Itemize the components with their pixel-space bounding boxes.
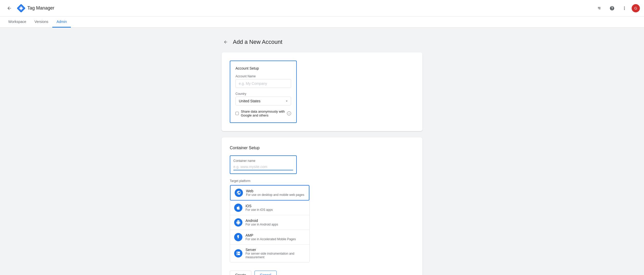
server-platform-info: Server For server-side instrumentation a… xyxy=(245,248,305,259)
country-label: Country xyxy=(235,92,291,96)
android-platform-desc: For use in Android apps xyxy=(245,223,305,226)
android-platform-name: Android xyxy=(245,219,305,223)
platform-item-android[interactable]: Android For use in Android apps xyxy=(230,215,309,230)
container-name-label: Container name xyxy=(233,159,293,163)
help-button[interactable] xyxy=(607,3,617,13)
gtm-logo-icon xyxy=(17,4,25,12)
action-row: Create Cancel xyxy=(230,271,414,275)
android-platform-info: Android For use in Android apps xyxy=(245,219,305,226)
tab-versions[interactable]: Versions xyxy=(30,16,53,28)
create-button[interactable]: Create xyxy=(230,271,251,275)
page-back-button[interactable] xyxy=(222,38,230,46)
container-setup-card: Container Setup Container name Target pl… xyxy=(222,137,422,275)
tab-admin[interactable]: Admin xyxy=(52,16,71,28)
web-platform-info: Web For use on desktop and mobile web pa… xyxy=(246,189,305,197)
page-header: Add a New Account xyxy=(222,38,422,46)
more-options-button[interactable] xyxy=(619,3,630,13)
share-data-row: Share data anonymously with Google and o… xyxy=(235,110,291,117)
main-content: Add a New Account Account Setup Account … xyxy=(0,28,644,275)
account-setup-box: Account Setup Account Name Country Unite… xyxy=(230,61,297,123)
app-logo: Tag Manager xyxy=(17,4,54,12)
topbar-right: G xyxy=(595,3,640,13)
android-platform-icon xyxy=(234,218,242,227)
web-platform-icon xyxy=(235,189,243,197)
amp-platform-name: AMP xyxy=(245,233,305,237)
account-setup-card: Account Setup Account Name Country Unite… xyxy=(222,52,422,131)
server-platform-name: Server xyxy=(245,248,305,252)
ios-platform-desc: For use in iOS apps xyxy=(245,208,305,212)
server-platform-icon xyxy=(234,249,242,257)
container-name-input[interactable] xyxy=(233,164,293,170)
platform-item-web[interactable]: Web For use on desktop and mobile web pa… xyxy=(230,185,309,201)
platform-item-ios[interactable]: iOS For use in iOS apps xyxy=(230,201,309,215)
app-title: Tag Manager xyxy=(27,5,54,11)
web-platform-desc: For use on desktop and mobile web pages xyxy=(246,193,305,197)
platform-list: Web For use on desktop and mobile web pa… xyxy=(230,185,310,262)
amp-platform-icon xyxy=(234,233,242,241)
container-setup-title: Container Setup xyxy=(230,146,414,150)
container-name-box: Container name xyxy=(230,155,297,174)
ios-platform-name: iOS xyxy=(245,204,305,208)
page-title: Add a New Account xyxy=(233,39,282,45)
share-data-label: Share data anonymously with Google and o… xyxy=(241,110,285,117)
account-setup-title: Account Setup xyxy=(235,66,291,70)
cancel-button[interactable]: Cancel xyxy=(255,271,277,275)
topbar-left: Tag Manager xyxy=(4,3,595,13)
topbar: Tag Manager G xyxy=(0,0,644,16)
share-data-info-icon[interactable]: i xyxy=(287,111,291,115)
apps-button[interactable] xyxy=(595,3,605,13)
ios-platform-icon xyxy=(234,204,242,212)
account-name-label: Account Name xyxy=(235,74,291,78)
amp-platform-desc: For use in Accelerated Mobile Pages xyxy=(245,237,305,241)
country-group: Country United States United Kingdom Can… xyxy=(235,92,291,105)
target-platform-label: Target platform xyxy=(230,179,414,183)
platform-item-server[interactable]: Server For server-side instrumentation a… xyxy=(230,245,309,262)
platform-item-amp[interactable]: AMP For use in Accelerated Mobile Pages xyxy=(230,230,309,245)
ios-platform-info: iOS For use in iOS apps xyxy=(245,204,305,212)
user-avatar[interactable]: G xyxy=(632,4,640,12)
back-button[interactable] xyxy=(4,3,14,13)
web-platform-name: Web xyxy=(246,189,305,193)
country-select[interactable]: United States United Kingdom Canada Aust… xyxy=(235,97,291,105)
amp-platform-info: AMP For use in Accelerated Mobile Pages xyxy=(245,233,305,241)
tab-workspace[interactable]: Workspace xyxy=(4,16,30,28)
svg-rect-5 xyxy=(20,7,23,9)
share-data-checkbox[interactable] xyxy=(235,111,239,115)
nav-tabs: Workspace Versions Admin xyxy=(0,16,644,28)
account-name-input[interactable] xyxy=(235,79,291,88)
server-platform-desc: For server-side instrumentation and meas… xyxy=(245,252,305,259)
account-name-group: Account Name xyxy=(235,74,291,88)
